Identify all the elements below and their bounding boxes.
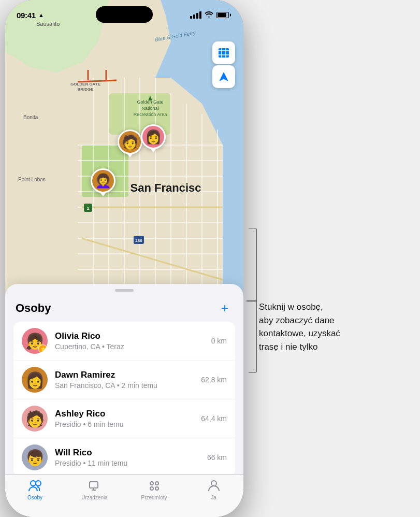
person-name-will: Will Rico — [55, 448, 207, 458]
person-info-dawn: Dawn Ramirez San Francisco, CA • 2 min t… — [55, 370, 201, 390]
person-location-olivia: Cupertino, CA • Teraz — [55, 342, 211, 351]
person-location-ashley: Presidio • 6 min temu — [55, 420, 201, 428]
person-location-will: Presidio • 11 min temu — [55, 459, 207, 467]
map-avatar-3[interactable]: 👩‍🦱 — [90, 168, 117, 199]
person-name-dawn: Dawn Ramirez — [55, 370, 201, 380]
avatar-will: 👦 — [22, 444, 48, 470]
svg-text:National: National — [141, 106, 158, 111]
map-avatar-circle-2: 👩 — [141, 124, 166, 149]
person-info-ashley: Ashley Rico Presidio • 6 min temu — [55, 409, 201, 428]
map-avatar-2[interactable]: 👩 — [140, 124, 167, 155]
svg-point-53 — [150, 487, 153, 490]
location-button[interactable] — [212, 65, 235, 88]
annotation: Stuknij w osobę,aby zobaczyć danekontakt… — [259, 300, 373, 353]
svg-text:1: 1 — [86, 206, 89, 211]
svg-text:San Francisc: San Francisc — [131, 181, 201, 194]
screen: 09:41 ▲ — [5, 0, 243, 517]
svg-point-54 — [155, 487, 158, 490]
tab-przedmioty[interactable]: Przedmioty — [124, 480, 184, 500]
svg-point-47 — [36, 481, 41, 486]
map-type-button[interactable] — [212, 41, 235, 64]
avatar-dawn: 👩 — [22, 367, 48, 393]
sheet-header: Osoby + — [5, 292, 243, 322]
signal-bar-3 — [196, 13, 198, 19]
map-avatar-circle-1: 🧑 — [118, 130, 142, 154]
tab-ja[interactable]: Ja — [184, 480, 243, 500]
avatar-emoji-dawn: 👩 — [25, 371, 45, 389]
svg-text:BRIDGE: BRIDGE — [77, 87, 94, 92]
map-area[interactable]: 1 280 Blue & Gold Ferry Sausalito GOLDEN… — [5, 0, 243, 306]
status-icons — [190, 11, 229, 19]
svg-text:Bonita: Bonita — [23, 114, 38, 120]
person-list: 👧 ⭐ Olivia Rico Cupertino, CA • Teraz 0 … — [5, 322, 243, 477]
map-avatar-circle-3: 👩‍🦱 — [91, 168, 115, 193]
tab-bar: Osoby Urządzenia — [5, 474, 243, 517]
tab-urzadzenia-icon — [88, 480, 102, 493]
bottom-sheet: Osoby + 👧 ⭐ Olivia Rico Cupertino, CA • … — [5, 284, 243, 517]
time-display: 09:41 — [17, 11, 36, 20]
svg-point-46 — [31, 481, 36, 486]
tab-urzadzenia[interactable]: Urządzenia — [65, 480, 124, 500]
tab-osoby-label: Osoby — [27, 495, 42, 500]
person-item-will[interactable]: 👦 Will Rico Presidio • 11 min temu 66 km — [13, 438, 235, 477]
annotation-line — [247, 300, 257, 301]
person-name-ashley: Ashley Rico — [55, 409, 201, 419]
avatar-emoji-ashley: 🧑 — [25, 410, 45, 428]
tab-ja-label: Ja — [211, 495, 216, 500]
person-distance-dawn: 62,8 km — [201, 376, 227, 384]
map-controls — [212, 41, 235, 88]
svg-point-55 — [211, 481, 216, 486]
person-info-will: Will Rico Presidio • 11 min temu — [55, 448, 207, 467]
svg-rect-48 — [90, 482, 98, 488]
favorite-badge-olivia: ⭐ — [38, 344, 48, 354]
wifi-icon — [205, 11, 213, 19]
phone-frame: 09:41 ▲ — [5, 0, 243, 517]
svg-text:280: 280 — [135, 238, 142, 243]
person-name-olivia: Olivia Rico — [55, 331, 211, 341]
person-distance-ashley: 64,4 km — [201, 414, 227, 423]
status-time: 09:41 ▲ — [17, 11, 44, 20]
signal-bar-2 — [193, 15, 195, 19]
person-item-olivia[interactable]: 👧 ⭐ Olivia Rico Cupertino, CA • Teraz 0 … — [13, 322, 235, 360]
person-distance-olivia: 0 km — [211, 337, 227, 345]
avatar-emoji-will: 👦 — [25, 449, 45, 467]
tab-przedmioty-icon — [147, 480, 162, 493]
svg-text:GOLDEN GATE: GOLDEN GATE — [70, 82, 101, 87]
battery-icon — [216, 12, 229, 18]
signal-bars-icon — [190, 11, 201, 19]
avatar-olivia: 👧 ⭐ — [22, 328, 48, 354]
location-arrow-icon: ▲ — [38, 12, 44, 18]
person-location-dawn: San Francisco, CA • 2 min temu — [55, 381, 201, 390]
tab-osoby-icon — [28, 480, 42, 493]
svg-point-52 — [155, 482, 158, 485]
phone-wrapper: 09:41 ▲ — [0, 0, 420, 517]
tab-osoby[interactable]: Osoby — [5, 480, 65, 500]
svg-text:Recreation Area: Recreation Area — [134, 112, 167, 117]
person-item-ashley[interactable]: 🧑 Ashley Rico Presidio • 6 min temu 64,4… — [13, 399, 235, 438]
annotation-text: Stuknij w osobę,aby zobaczyć danekontakt… — [259, 300, 373, 353]
person-distance-will: 66 km — [207, 453, 227, 462]
add-person-button[interactable]: + — [216, 300, 233, 317]
battery-fill — [218, 13, 226, 17]
avatar-ashley: 🧑 — [22, 406, 48, 432]
svg-text:Point Lobos: Point Lobos — [18, 177, 46, 182]
map-avatar-tail-3 — [100, 192, 106, 196]
svg-point-51 — [150, 482, 153, 485]
map-icon — [218, 47, 230, 59]
signal-bar-4 — [199, 11, 201, 19]
person-item-dawn[interactable]: 👩 Dawn Ramirez San Francisco, CA • 2 min… — [13, 361, 235, 399]
people-section-title: Osoby — [16, 301, 51, 315]
dynamic-island — [96, 6, 153, 23]
tab-urzadzenia-label: Urządzenia — [81, 495, 108, 500]
tab-ja-icon — [207, 480, 221, 493]
annotation-bracket — [249, 228, 257, 373]
person-info-olivia: Olivia Rico Cupertino, CA • Teraz — [55, 331, 211, 351]
svg-rect-45 — [219, 48, 229, 58]
tab-przedmioty-label: Przedmioty — [141, 495, 167, 500]
location-arrow-icon — [219, 71, 229, 82]
signal-bar-1 — [190, 16, 192, 19]
map-avatar-tail-2 — [150, 148, 156, 152]
map-avatar-tail-1 — [127, 153, 133, 157]
